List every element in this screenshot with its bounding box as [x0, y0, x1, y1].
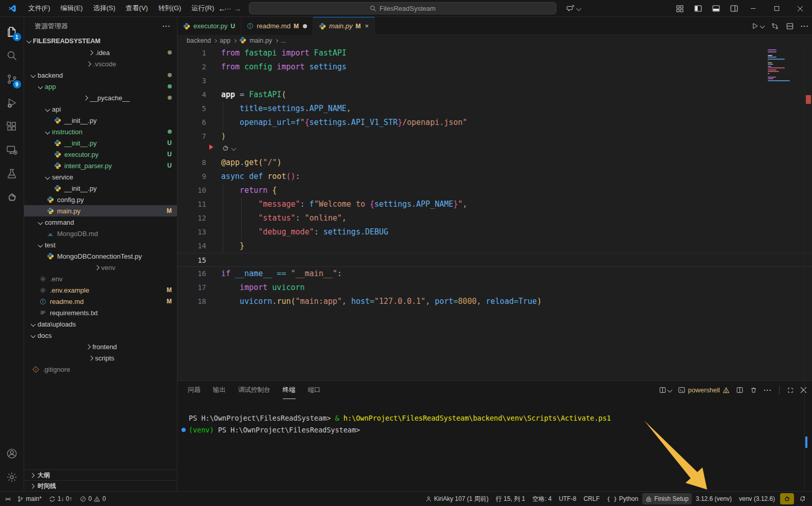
status-venv-status[interactable]: venv (3.12.6): [736, 493, 778, 504]
tree-item-MongoDBConnectionTest.py[interactable]: MongoDBConnectionTest.py: [24, 250, 177, 262]
status-indentation[interactable]: 空格: 4: [529, 493, 554, 504]
breadcrumb-item[interactable]: ...: [281, 37, 286, 44]
toggle-sidebar-icon[interactable]: [691, 3, 705, 15]
status-kilo-status[interactable]: [780, 493, 794, 504]
tree-item-docs[interactable]: docs: [24, 330, 177, 341]
run-python-file-icon[interactable]: [751, 22, 764, 30]
minimize-button[interactable]: [741, 0, 765, 17]
panel-tab-调试控制台[interactable]: 调试控制台: [238, 381, 270, 399]
kilo-code-inline-icon[interactable]: [221, 144, 236, 153]
activity-testing-icon[interactable]: [0, 162, 24, 186]
tree-item-scripts[interactable]: scripts: [24, 352, 177, 364]
status-language-mode[interactable]: { }Python: [604, 493, 641, 504]
command-center[interactable]: FilesReadSysteam: [249, 2, 556, 14]
tree-item-data-uploads[interactable]: data\uploads: [24, 318, 177, 330]
activity-source-control-icon[interactable]: 9: [0, 67, 24, 91]
copilot-button[interactable]: [563, 2, 584, 14]
outline-section[interactable]: 大纲: [24, 469, 177, 480]
explorer-more-actions-icon[interactable]: ···: [163, 22, 171, 30]
tree-item-frontend[interactable]: frontend: [24, 341, 177, 352]
tree-item-__init__.py[interactable]: __init__.py: [24, 183, 177, 194]
menu-s[interactable]: 选择(S): [88, 2, 120, 15]
status-problems[interactable]: 00: [77, 493, 109, 504]
workspace-root-folder[interactable]: FILESREADSYSTEAM: [24, 35, 177, 47]
tree-item-__init__.py[interactable]: __init__.pyU: [24, 137, 177, 149]
menu-g[interactable]: 转到(G): [154, 2, 186, 15]
terminal[interactable]: PS H:\OwnProject\FilesReadSysteam> & h:\…: [177, 399, 812, 436]
open-changes-icon[interactable]: [771, 22, 779, 30]
maximize-panel-icon[interactable]: [787, 387, 794, 394]
tree-item-MongoDB.md[interactable]: MongoDB.md: [24, 228, 177, 239]
tree-item-.idea[interactable]: .idea: [24, 47, 177, 58]
panel-tab-输出[interactable]: 输出: [213, 381, 226, 399]
split-terminal-icon[interactable]: [736, 386, 744, 394]
tab-close-icon[interactable]: ×: [365, 22, 369, 30]
activity-kilo-code-icon[interactable]: [0, 186, 24, 209]
tree-item-.vscode[interactable]: .vscode: [24, 58, 177, 69]
launch-profile-icon[interactable]: [659, 386, 672, 394]
activity-extensions-icon[interactable]: [0, 115, 24, 138]
status-git-branch[interactable]: main*: [14, 493, 45, 504]
status-gitlens-blame[interactable]: KiriAky 107 (1 周前): [422, 493, 492, 504]
status-eol[interactable]: CRLF: [581, 493, 603, 504]
activity-explorer-icon[interactable]: 1: [0, 20, 24, 44]
menu-f[interactable]: 文件(F): [24, 2, 55, 15]
close-panel-icon[interactable]: [800, 387, 807, 393]
tree-item-__init__.py[interactable]: __init__.py: [24, 115, 177, 126]
terminal-more-actions-icon[interactable]: ···: [764, 386, 772, 394]
tree-item-__pycache__[interactable]: __pycache__: [24, 92, 177, 103]
toggle-secondary-sidebar-icon[interactable]: [727, 3, 741, 15]
kill-terminal-icon[interactable]: [750, 386, 757, 394]
status-python-interpreter[interactable]: 3.12.6 (venv): [693, 493, 735, 504]
tree-item-service[interactable]: service: [24, 171, 177, 183]
panel-tab-端口[interactable]: 端口: [308, 381, 321, 399]
menu-r[interactable]: 运行(R): [187, 2, 219, 15]
toggle-panel-icon[interactable]: [709, 3, 723, 15]
activity-accounts-icon[interactable]: [0, 442, 24, 465]
tree-item-readme.md[interactable]: readme.mdM: [24, 296, 177, 307]
editor-more-actions-icon[interactable]: ···: [801, 22, 809, 30]
status-encoding[interactable]: UTF-8: [556, 493, 580, 504]
tree-item-.gitignore[interactable]: .gitignore: [24, 364, 177, 375]
tree-item-command[interactable]: command: [24, 216, 177, 228]
breadcrumb-item[interactable]: app: [220, 37, 230, 44]
terminal-tab-powershell[interactable]: powershell: [678, 386, 730, 394]
tab-main-py[interactable]: main.pyM×: [313, 17, 375, 35]
activity-run-debug-icon[interactable]: [0, 91, 24, 115]
close-button[interactable]: [788, 0, 812, 17]
tree-item-.env.example[interactable]: .env.exampleM: [24, 284, 177, 296]
timeline-section[interactable]: 时间线: [24, 480, 177, 491]
tree-item-test[interactable]: test: [24, 239, 177, 250]
tab-readme-md[interactable]: readme.mdM: [241, 17, 313, 35]
tree-item-requirements.txt[interactable]: requirements.txt: [24, 307, 177, 318]
tree-item-app[interactable]: app: [24, 81, 177, 92]
tree-item-backend[interactable]: backend: [24, 69, 177, 81]
back-button[interactable]: ←: [218, 4, 226, 13]
activity-settings-icon[interactable]: [0, 465, 24, 489]
tree-item-executor.py[interactable]: executor.pyU: [24, 149, 177, 160]
forward-button[interactable]: →: [233, 4, 242, 13]
tree-item-main.py[interactable]: main.pyM: [24, 205, 177, 216]
tree-item-venv[interactable]: venv: [24, 262, 177, 273]
maximize-button[interactable]: [765, 0, 788, 17]
activity-search-icon[interactable]: [0, 44, 24, 67]
tree-item-.env[interactable]: .env: [24, 273, 177, 284]
status-git-sync[interactable]: 1↓ 0↑: [46, 493, 76, 504]
tree-item-config.py[interactable]: config.py: [24, 194, 177, 205]
tree-item-instruction[interactable]: instruction: [24, 126, 177, 137]
tree-item-intent_parser.py[interactable]: intent_parser.pyU: [24, 160, 177, 171]
code-editor[interactable]: 1from fastapi import FastAPI2from config…: [177, 46, 812, 381]
tree-item-api[interactable]: api: [24, 103, 177, 115]
split-editor-icon[interactable]: [786, 22, 794, 30]
status-notifications[interactable]: [796, 493, 809, 504]
tab-executor-py[interactable]: executor.pyU: [177, 17, 241, 35]
panel-tab-问题[interactable]: 问题: [188, 381, 201, 399]
panel-tab-终端[interactable]: 终端: [283, 381, 296, 399]
status-cursor-position[interactable]: 行 15, 列 1: [493, 493, 528, 504]
breadcrumb-item[interactable]: backend: [187, 37, 211, 44]
customize-layout-icon[interactable]: [673, 3, 687, 15]
breadcrumb-item[interactable]: main.py: [249, 37, 272, 44]
activity-remote-explorer-icon[interactable]: [0, 138, 24, 162]
menu-e[interactable]: 编辑(E): [56, 2, 87, 15]
status-finish-setup[interactable]: Finish Setup: [642, 493, 692, 504]
